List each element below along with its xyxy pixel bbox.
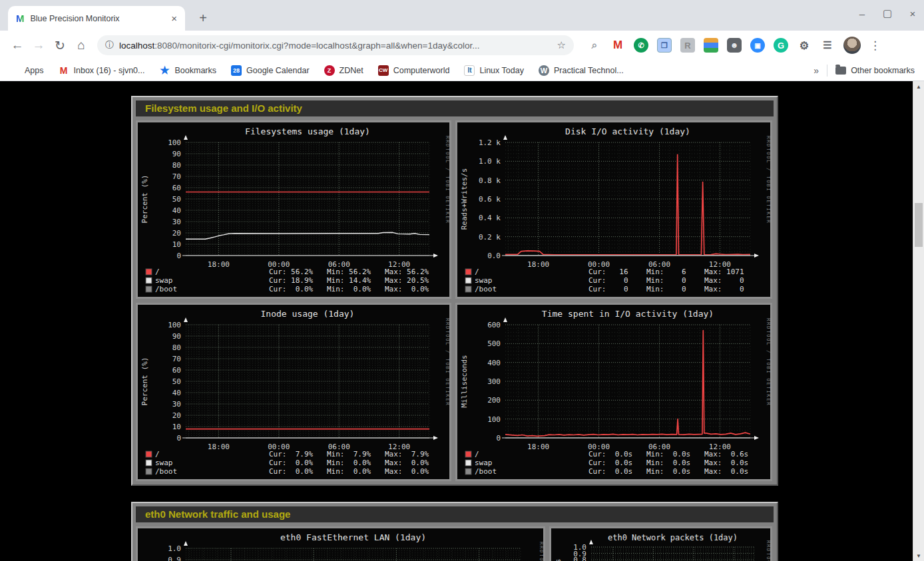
svg-text:0.9: 0.9 xyxy=(168,556,181,561)
graph-inode-usage[interactable]: 010203040506070809010018:0000:0006:0012:… xyxy=(136,303,451,481)
extension-icons: ⌕ M ✆ ❐ R ☻ ▣ G ⚙ ☰ ⋮ xyxy=(587,37,879,54)
svg-text:Max: 0.0%: Max: 0.0% xyxy=(385,285,429,293)
svg-text:500: 500 xyxy=(487,339,501,348)
bookmark-linux-today[interactable]: lt Linux Today xyxy=(464,65,524,76)
svg-text:50: 50 xyxy=(172,377,181,386)
playlist-extension-icon[interactable]: ☰ xyxy=(820,38,835,53)
graph-filesystems-usage[interactable]: 010203040506070809010018:0000:0006:0012:… xyxy=(136,120,451,299)
svg-text:Min: 0.0%: Min: 0.0% xyxy=(327,459,371,467)
recoll-extension-icon[interactable]: R xyxy=(680,38,695,53)
computerworld-icon: CW xyxy=(378,65,389,76)
menu-kebab-icon[interactable]: ⋮ xyxy=(869,39,879,53)
browser-titlebar: M Blue Precision Monitorix × + – ▢ × xyxy=(0,0,924,31)
svg-text:Percent (%): Percent (%) xyxy=(140,175,149,224)
svg-text:Min: 0.0%: Min: 0.0% xyxy=(327,467,371,476)
url-text[interactable]: localhost:8080/monitorix-cgi/monitorix.c… xyxy=(119,41,557,51)
bookmark-computerworld[interactable]: CW Computerworld xyxy=(378,65,450,76)
svg-text:Cur: 16: Cur: 16 xyxy=(588,268,628,276)
chart-svg: 0.00.2 k0.4 k0.6 k0.8 k1.0 k1.2 k18:0000… xyxy=(457,122,770,297)
chart-svg: 010020030040050060018:0000:0006:0012:00T… xyxy=(457,305,770,479)
graph-time-spent-io[interactable]: 010020030040050060018:0000:0006:0012:00T… xyxy=(455,303,772,481)
other-bookmarks-button[interactable]: Other bookmarks xyxy=(835,66,915,75)
svg-text:1.0 k: 1.0 k xyxy=(479,157,501,166)
svg-text:0: 0 xyxy=(176,252,181,260)
graph-eth0-packets[interactable]: 0.00.10.20.30.40.50.60.70.80.91.0eth0 Ne… xyxy=(549,526,772,561)
svg-text:300: 300 xyxy=(487,377,501,386)
minimize-button[interactable]: – xyxy=(857,8,867,19)
browser-window: M Blue Precision Monitorix × + – ▢ × ← →… xyxy=(0,0,924,561)
bookmarks-overflow-chevron[interactable]: » xyxy=(813,65,819,76)
hangouts-icon[interactable]: ✆ xyxy=(634,38,648,53)
forward-button[interactable]: → xyxy=(28,35,49,56)
zoom-meeting-icon[interactable]: ▣ xyxy=(750,38,765,53)
svg-text:0.0: 0.0 xyxy=(487,252,501,260)
home-button[interactable]: ⌂ xyxy=(71,35,92,56)
chart-svg: 010203040506070809010018:0000:0006:0012:… xyxy=(138,122,449,297)
svg-text:Max: 56.2%: Max: 56.2% xyxy=(385,268,429,276)
svg-text:Min: 0.0%: Min: 0.0% xyxy=(327,285,371,293)
svg-text:0.2 k: 0.2 k xyxy=(479,233,501,242)
svg-text:Max: 0.0s: Max: 0.0s xyxy=(704,459,748,467)
svg-text:Max: 0.6s: Max: 0.6s xyxy=(704,450,748,459)
svg-text:Min: 0: Min: 0 xyxy=(646,285,686,293)
copy-extension-icon[interactable]: ❐ xyxy=(657,38,672,53)
apps-button[interactable]: Apps xyxy=(9,65,44,76)
url-bar[interactable]: ⓘ localhost:8080/monitorix-cgi/monitorix… xyxy=(97,35,574,55)
linux-today-icon: lt xyxy=(464,65,475,76)
svg-text:eth0 FastEthernet LAN (1day): eth0 FastEthernet LAN (1day) xyxy=(280,532,426,542)
extensions-puzzle-icon[interactable]: ⚙ xyxy=(797,38,811,53)
privacy-extension-icon[interactable]: ☻ xyxy=(727,38,742,53)
svg-text:RRDTOOL / TOBI OETIKER: RRDTOOL / TOBI OETIKER xyxy=(766,318,770,406)
svg-text:60: 60 xyxy=(172,184,181,192)
svg-text:RRDTOOL / TOBI OETIKER: RRDTOOL / TOBI OETIKER xyxy=(766,540,770,561)
scroll-thumb[interactable] xyxy=(915,203,923,247)
monitorix-favicon-icon: M xyxy=(16,13,25,24)
bookmark-bookmarks[interactable]: ★ Bookmarks xyxy=(160,65,217,76)
svg-text:RRDTOOL / TOBI OETIKER: RRDTOOL / TOBI OETIKER xyxy=(445,318,449,406)
page-info-icon[interactable]: ⓘ xyxy=(105,39,114,51)
new-tab-button[interactable]: + xyxy=(194,9,212,27)
maximize-button[interactable]: ▢ xyxy=(883,7,892,19)
graph-disk-io-activity[interactable]: 0.00.2 k0.4 k0.6 k0.8 k1.0 k1.2 k18:0000… xyxy=(455,120,772,299)
gmail-icon[interactable]: M xyxy=(610,38,625,53)
svg-text:30: 30 xyxy=(172,218,181,226)
svg-text:Min: 0.0s: Min: 0.0s xyxy=(646,459,690,467)
svg-text:Cur: 0.0%: Cur: 0.0% xyxy=(269,459,314,467)
bookmark-star-icon[interactable]: ☆ xyxy=(557,39,566,51)
svg-text:Cur: 0: Cur: 0 xyxy=(588,276,628,285)
bookmark-practical-technology[interactable]: W Practical Technol... xyxy=(539,65,624,76)
svg-text:100: 100 xyxy=(168,138,181,147)
search-extension-icon[interactable]: ⌕ xyxy=(587,38,602,53)
monitorix-page: Filesystem usage and I/O activity 010203… xyxy=(0,81,924,561)
svg-text:Milliseconds: Milliseconds xyxy=(460,355,469,407)
svg-text:Cur: 18.9%: Cur: 18.9% xyxy=(269,276,314,285)
svg-text:/boot: /boot xyxy=(475,285,497,293)
svg-text:Min: 14.4%: Min: 14.4% xyxy=(327,276,371,285)
svg-text:Max: 7.9%: Max: 7.9% xyxy=(385,450,429,459)
svg-text:/boot: /boot xyxy=(155,467,177,476)
reload-button[interactable]: ↻ xyxy=(49,35,71,56)
svg-text:0.4 k: 0.4 k xyxy=(479,214,501,222)
svg-text:swap: swap xyxy=(475,459,493,467)
profile-avatar[interactable] xyxy=(843,37,861,54)
svg-text:eth0 Network packets (1day): eth0 Network packets (1day) xyxy=(608,533,738,542)
graph-eth0-lan[interactable]: 0.00.10.20.30.40.50.60.70.80.91.0eth0 Fa… xyxy=(136,526,545,561)
bookmark-inbox[interactable]: M Inbox (16) - sjvn0... xyxy=(59,65,145,76)
scroll-down-icon[interactable]: ▼ xyxy=(913,550,924,561)
window-close-button[interactable]: × xyxy=(908,8,917,19)
library-extension-icon[interactable] xyxy=(704,38,718,53)
bookmark-google-calendar[interactable]: 28 Google Calendar xyxy=(231,65,310,76)
svg-text:Cur: 0.0%: Cur: 0.0% xyxy=(269,285,314,293)
svg-text:swap: swap xyxy=(475,276,493,285)
svg-text:Min: 7.9%: Min: 7.9% xyxy=(327,450,371,459)
scroll-up-icon[interactable]: ▲ xyxy=(913,81,924,92)
bookmark-zdnet[interactable]: Z ZDNet xyxy=(324,65,363,76)
svg-text:18:00: 18:00 xyxy=(527,260,549,269)
page-scrollbar[interactable]: ▲ ▼ xyxy=(913,81,924,561)
tab-close-icon[interactable]: × xyxy=(170,13,178,24)
grammarly-icon[interactable]: G xyxy=(774,38,788,53)
section-filesystem: Filesystem usage and I/O activity 010203… xyxy=(131,96,778,486)
browser-tab[interactable]: M Blue Precision Monitorix × xyxy=(8,6,185,31)
svg-text:Max: 0: Max: 0 xyxy=(704,285,744,293)
back-button[interactable]: ← xyxy=(7,35,28,56)
